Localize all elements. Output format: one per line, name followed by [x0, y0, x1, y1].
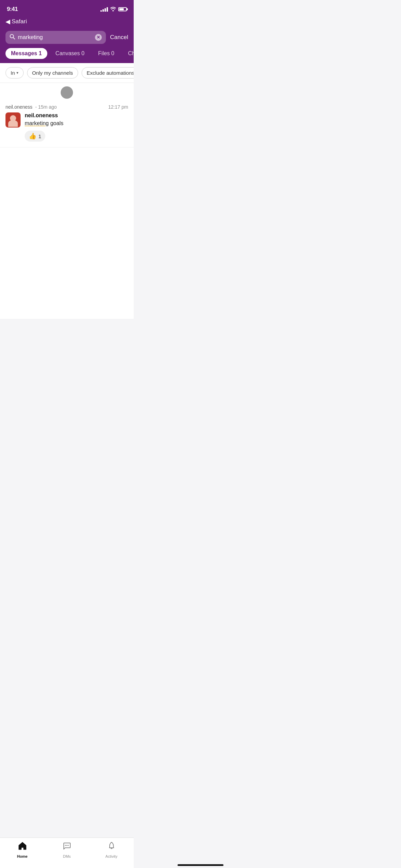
filter-only-my-channels[interactable]: Only my channels [27, 67, 78, 79]
search-input-wrap[interactable]: marketing ✕ [5, 31, 106, 44]
tabs-container: Messages 1 Canvases 0 Files 0 Channels 0 [0, 48, 134, 63]
reaction-emoji: 👍 [29, 132, 36, 140]
filters-container: In ▾ Only my channels Exclude automation… [0, 63, 134, 83]
search-bar-container: marketing ✕ Cancel [0, 28, 134, 48]
battery-icon [118, 7, 127, 11]
tab-canvases[interactable]: Canvases 0 [50, 48, 90, 59]
empty-content-area [0, 147, 134, 319]
message-body: neil.oneness marketing goals 👍 1 [5, 112, 128, 142]
clear-search-button[interactable]: ✕ [95, 34, 102, 41]
svg-line-1 [13, 38, 15, 39]
reaction-count: 1 [38, 133, 41, 139]
signal-bars-icon [100, 7, 108, 12]
filter-exclude-automations-label: Exclude automations [87, 70, 134, 76]
status-bar: 9:41 [0, 0, 134, 16]
reaction-pill[interactable]: 👍 1 [25, 131, 45, 142]
scroll-indicator [0, 83, 134, 100]
scroll-dot [61, 86, 73, 99]
highlighted-word: marketing [25, 120, 49, 126]
safari-bar: ◀ Safari [0, 16, 134, 28]
message-timestamp: 12:17 pm [108, 104, 128, 110]
wifi-icon [110, 7, 116, 12]
filter-only-my-channels-label: Only my channels [32, 70, 73, 76]
status-icons [100, 7, 127, 12]
safari-back-label: Safari [12, 18, 27, 25]
cancel-button[interactable]: Cancel [110, 34, 128, 41]
safari-back-button[interactable]: ◀ Safari [5, 18, 27, 25]
search-input[interactable]: marketing [18, 34, 92, 41]
chevron-left-icon: ◀ [5, 18, 10, 25]
filter-in-label: In [11, 70, 15, 76]
message-sender: neil.oneness [25, 112, 128, 119]
table-row[interactable]: neil.oneness - 15m ago 12:17 pm neil.one… [0, 100, 134, 147]
message-text: marketing goals [25, 120, 128, 127]
chevron-down-icon: ▾ [16, 71, 19, 75]
status-time: 9:41 [7, 6, 18, 13]
message-time-ago: - 15m ago [35, 104, 57, 110]
message-header: neil.oneness - 15m ago 12:17 pm [5, 104, 128, 110]
tab-channels[interactable]: Channels 0 [122, 48, 134, 59]
tab-files[interactable]: Files 0 [93, 48, 120, 59]
message-meta: neil.oneness - 15m ago [5, 104, 57, 110]
filter-in[interactable]: In ▾ [5, 67, 24, 79]
message-content: neil.oneness marketing goals 👍 1 [25, 112, 128, 142]
messages-area: neil.oneness - 15m ago 12:17 pm neil.one… [0, 100, 134, 147]
tab-messages[interactable]: Messages 1 [5, 48, 47, 59]
avatar [5, 112, 21, 128]
filter-exclude-automations[interactable]: Exclude automations [82, 67, 134, 79]
message-author: neil.oneness [5, 104, 33, 110]
search-icon [10, 34, 15, 41]
